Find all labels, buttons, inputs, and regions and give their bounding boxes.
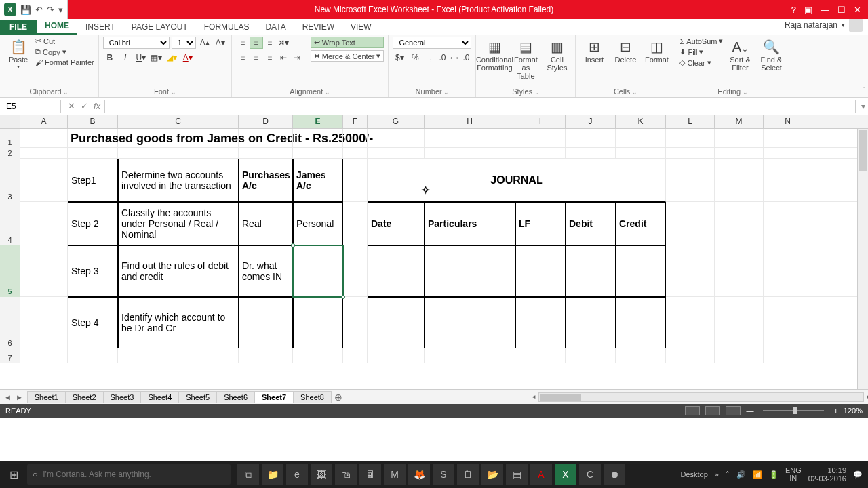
cell-E7[interactable] — [293, 348, 343, 363]
action-center-icon[interactable]: 💬 — [853, 470, 863, 479]
camtasia-icon[interactable]: C — [579, 464, 601, 485]
sheet-nav-next-icon[interactable]: ► — [16, 393, 23, 401]
zoom-in-icon[interactable]: + — [833, 407, 837, 415]
cell-H5[interactable] — [425, 245, 515, 297]
cell-N6[interactable] — [764, 297, 812, 348]
cell-F3[interactable] — [343, 159, 368, 202]
conditional-formatting-button[interactable]: ▦Conditional Formatting — [480, 37, 509, 73]
help-icon[interactable]: ? — [791, 5, 796, 15]
sheet-nav-prev-icon[interactable]: ◄ — [4, 393, 12, 401]
tab-page-layout[interactable]: PAGE LAYOUT — [123, 20, 196, 35]
cell-G2[interactable] — [368, 148, 425, 159]
photos-icon[interactable]: 🖼 — [311, 464, 332, 485]
font-size-select[interactable]: 11 — [172, 37, 196, 49]
col-header-L[interactable]: L — [666, 115, 715, 128]
cell-C3[interactable]: Determine two accounts involved in the t… — [118, 159, 239, 202]
maximize-icon[interactable]: ☐ — [837, 5, 846, 15]
cell-B3[interactable]: Step1 — [68, 159, 118, 202]
sheet-tab-sheet1[interactable]: Sheet1 — [27, 391, 66, 403]
cell-N3[interactable] — [764, 159, 812, 202]
zoom-out-icon[interactable]: — — [746, 407, 753, 415]
cell-D1[interactable] — [239, 129, 293, 148]
cell-H2[interactable] — [425, 148, 515, 159]
undo-icon[interactable]: ↶ — [35, 5, 43, 15]
row-header-6[interactable]: 6 — [0, 297, 20, 348]
col-header-G[interactable]: G — [368, 115, 425, 128]
cell-K5[interactable] — [616, 245, 666, 297]
indent-inc-icon[interactable]: ⇥ — [290, 52, 304, 64]
col-header-E[interactable]: E — [293, 115, 343, 128]
cortana-input[interactable] — [43, 470, 225, 479]
clock[interactable]: 10:1902-03-2016 — [808, 466, 846, 483]
worksheet-grid[interactable]: ABCDEFGHIJKLMN 1Purchased goods from Jam… — [0, 115, 868, 389]
cell-L4[interactable] — [666, 202, 715, 245]
cell-B7[interactable] — [68, 348, 118, 363]
col-header-F[interactable]: F — [343, 115, 368, 128]
cell-K4[interactable]: Credit — [616, 202, 666, 245]
tab-view[interactable]: VIEW — [342, 20, 380, 35]
store-icon[interactable]: 🛍 — [335, 464, 357, 485]
decrease-font-icon[interactable]: A▾ — [214, 37, 227, 49]
tab-data[interactable]: DATA — [257, 20, 294, 35]
select-all-corner[interactable] — [0, 115, 20, 128]
align-bottom-icon[interactable]: ≡ — [263, 37, 277, 49]
italic-button[interactable]: I — [119, 52, 132, 64]
close-icon[interactable]: ✕ — [854, 5, 861, 15]
align-right-icon[interactable]: ≡ — [263, 52, 277, 64]
cell-J5[interactable] — [566, 245, 616, 297]
expand-formula-icon[interactable]: ▾ — [859, 102, 868, 111]
start-button[interactable]: ⊞ — [0, 461, 27, 488]
delete-cells-button[interactable]: ⊟Delete — [611, 37, 639, 65]
orientation-icon[interactable]: ⤭▾ — [277, 37, 290, 49]
cell-A3[interactable] — [20, 159, 68, 202]
mail-icon[interactable]: M — [384, 464, 406, 485]
font-color-button[interactable]: A▾ — [181, 52, 195, 64]
comma-icon[interactable]: , — [424, 52, 437, 64]
battery-icon[interactable]: 🔋 — [769, 470, 778, 479]
firefox-icon[interactable]: 🦊 — [408, 464, 430, 485]
insert-cells-button[interactable]: ⊞Insert — [580, 37, 608, 65]
cell-M2[interactable] — [715, 148, 764, 159]
increase-font-icon[interactable]: A▴ — [198, 37, 212, 49]
format-as-table-button[interactable]: ▤Format as Table — [511, 37, 540, 81]
autosum-button[interactable]: Σ AutoSum ▾ — [679, 37, 723, 45]
cell-K1[interactable] — [616, 129, 666, 148]
row-header-1[interactable]: 1 — [0, 129, 20, 148]
cell-D6[interactable] — [239, 297, 293, 348]
minimize-icon[interactable]: — — [821, 5, 829, 15]
tab-home[interactable]: HOME — [37, 18, 77, 35]
formula-input[interactable] — [104, 100, 856, 113]
number-format-select[interactable]: General — [393, 37, 471, 49]
cell-G4[interactable]: Date — [368, 202, 425, 245]
copy-button[interactable]: ⧉ Copy ▾ — [35, 47, 94, 56]
horizontal-scrollbar[interactable] — [538, 392, 864, 402]
cell-C1[interactable] — [118, 129, 239, 148]
paste-button[interactable]: 📋Paste▾ — [4, 37, 33, 71]
sheet-tab-sheet4[interactable]: Sheet4 — [140, 391, 179, 403]
cell-C5[interactable]: Find out the rules of debit and credit — [118, 245, 239, 297]
cell-I1[interactable] — [515, 129, 566, 148]
cell-N7[interactable] — [764, 348, 812, 363]
acrobat-icon[interactable]: A — [530, 464, 552, 485]
row-header-3[interactable]: 3 — [0, 159, 20, 202]
language-indicator[interactable]: ENGIN — [785, 467, 802, 482]
show-desktop-label[interactable]: Desktop — [680, 470, 707, 479]
col-header-A[interactable]: A — [20, 115, 68, 128]
tab-review[interactable]: REVIEW — [294, 20, 342, 35]
sort-filter-button[interactable]: A↓Sort & Filter — [726, 37, 754, 73]
cell-C7[interactable] — [118, 348, 239, 363]
folder2-icon[interactable]: 📂 — [481, 464, 503, 485]
fill-button[interactable]: ⬇ Fill ▾ — [679, 47, 723, 56]
align-center-icon[interactable]: ≡ — [250, 52, 263, 64]
tray-overflow-icon[interactable]: » — [715, 470, 719, 479]
cut-button[interactable]: ✂ Cut — [35, 37, 94, 45]
cell-N1[interactable] — [764, 129, 812, 148]
cell-D5[interactable]: Dr. what comes IN — [239, 245, 293, 297]
network-icon[interactable]: 📶 — [753, 470, 762, 479]
vertical-scrollbar[interactable] — [857, 129, 868, 389]
cell-D4[interactable]: Real — [239, 202, 293, 245]
align-left-icon[interactable]: ≡ — [236, 52, 250, 64]
format-cells-button[interactable]: ◫Format — [642, 37, 671, 65]
calculator-icon[interactable]: 🖩 — [359, 464, 381, 485]
cell-A4[interactable] — [20, 202, 68, 245]
